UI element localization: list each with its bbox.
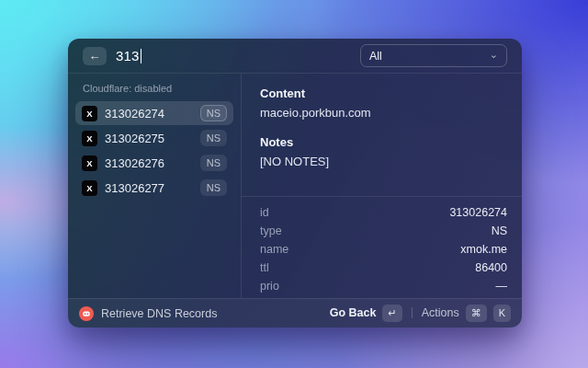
list-item-313026274[interactable]: X 313026274 NS bbox=[75, 101, 233, 125]
action-bar: Retrieve DNS Records Go Back ↵ Actions ⌘… bbox=[68, 298, 522, 328]
list-item-313026277[interactable]: X 313026277 NS bbox=[75, 176, 233, 200]
actions-menu-button[interactable]: Actions bbox=[422, 306, 459, 319]
command-name: Retrieve DNS Records bbox=[101, 307, 217, 320]
record-type-badge: NS bbox=[200, 130, 227, 145]
metadata-value: — bbox=[496, 280, 508, 293]
record-id: 313026274 bbox=[105, 107, 164, 121]
detail-section-content: Content maceio.porkbun.com bbox=[260, 86, 507, 120]
main-content: Cloudflare: disabled X 313026274 NS X 31… bbox=[68, 74, 522, 298]
metadata-label: name bbox=[260, 243, 288, 256]
detail-value: [NO NOTES] bbox=[260, 155, 507, 168]
raycast-window: ← 313 All ⌄ Cloudflare: disabled X 31302… bbox=[68, 39, 522, 328]
list-section-header: Cloudflare: disabled bbox=[68, 81, 241, 100]
detail-value: maceio.porkbun.com bbox=[260, 106, 507, 120]
list-item-313026276[interactable]: X 313026276 NS bbox=[75, 151, 233, 175]
metadata-label: type bbox=[260, 224, 282, 237]
metadata-value: 313026274 bbox=[449, 206, 507, 219]
search-input[interactable]: 313 bbox=[116, 48, 141, 63]
record-id: 313026275 bbox=[105, 132, 164, 145]
detail-heading: Notes bbox=[260, 135, 507, 149]
metadata-value: xmok.me bbox=[460, 243, 507, 256]
metadata-row-type: type NS bbox=[260, 222, 507, 240]
metadata-value: NS bbox=[492, 224, 507, 237]
metadata-label: ttl bbox=[260, 261, 269, 274]
search-bar: ← 313 All ⌄ bbox=[68, 39, 522, 74]
primary-action-button[interactable]: Go Back bbox=[330, 306, 377, 319]
domain-favicon-icon: X bbox=[82, 131, 97, 146]
record-type-badge: NS bbox=[200, 179, 227, 195]
metadata-row-ttl: ttl 86400 bbox=[260, 259, 507, 277]
domain-favicon-icon: X bbox=[82, 106, 97, 121]
record-id: 313026276 bbox=[105, 156, 164, 170]
metadata-label: prio bbox=[260, 280, 279, 293]
domain-favicon-icon: X bbox=[82, 155, 97, 171]
filter-dropdown-value: All bbox=[369, 50, 382, 63]
detail-heading: Content bbox=[260, 86, 507, 100]
domain-favicon-icon: X bbox=[82, 180, 97, 196]
metadata-label: id bbox=[260, 206, 269, 219]
cmd-key-icon: ⌘ bbox=[466, 305, 487, 321]
list-item-313026275[interactable]: X 313026275 NS bbox=[75, 126, 233, 150]
enter-key-icon: ↵ bbox=[382, 305, 401, 321]
record-list: Cloudflare: disabled X 313026274 NS X 31… bbox=[68, 74, 242, 298]
metadata-row-prio: prio — bbox=[260, 277, 507, 295]
detail-section-notes: Notes [NO NOTES] bbox=[260, 135, 507, 168]
back-arrow-icon: ← bbox=[89, 49, 101, 63]
search-input-value: 313 bbox=[116, 48, 140, 63]
desktop: { "colors": { "brand_red": "#ef5a52", "f… bbox=[0, 0, 588, 368]
filter-dropdown[interactable]: All ⌄ bbox=[360, 44, 507, 67]
chevron-down-icon: ⌄ bbox=[490, 51, 498, 58]
back-button[interactable]: ← bbox=[83, 47, 107, 65]
metadata-table: id 313026274 type NS name xmok.me ttl 86… bbox=[242, 197, 522, 295]
metadata-row-id: id 313026274 bbox=[260, 203, 507, 222]
metadata-row-name: name xmok.me bbox=[260, 240, 507, 259]
record-type-badge: NS bbox=[200, 155, 227, 170]
porkbun-app-icon bbox=[79, 306, 94, 321]
record-detail: Content maceio.porkbun.com Notes [NO NOT… bbox=[242, 74, 522, 298]
text-caret bbox=[141, 49, 142, 63]
metadata-value: 86400 bbox=[475, 261, 507, 274]
record-id: 313026277 bbox=[105, 181, 164, 195]
footer-separator bbox=[412, 307, 413, 318]
record-type-badge: NS bbox=[200, 105, 227, 121]
k-key-icon: K bbox=[493, 305, 511, 321]
